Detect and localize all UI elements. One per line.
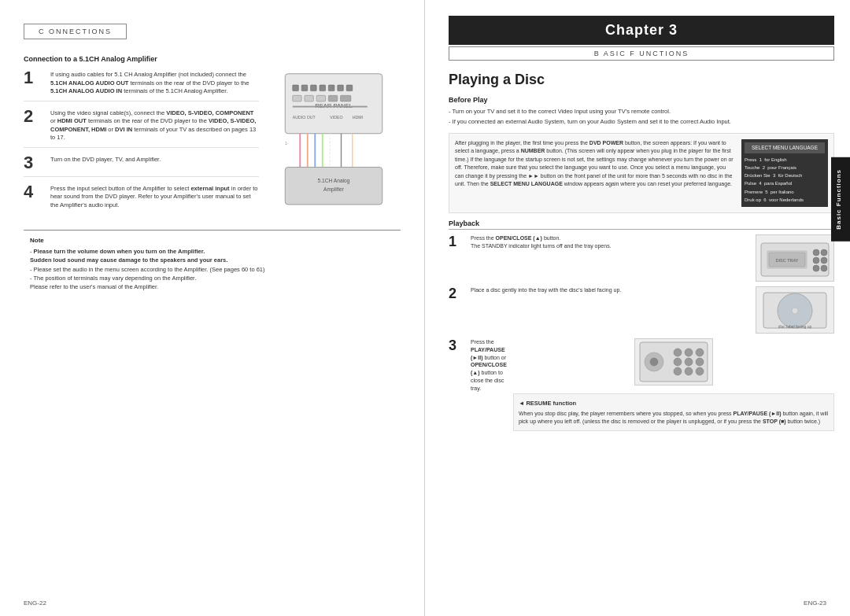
step-1: 1 If using audio cables for 5.1 CH Analo… [24,69,259,101]
note-title: Note [30,237,394,244]
svg-point-45 [650,358,658,366]
connections-title: C ONNECTIONS [39,28,112,35]
resume-box: ◄ RESUME function When you stop disc pla… [513,393,834,431]
dvd-tray-svg: disc label facing up [759,289,830,332]
svg-rect-14 [293,106,368,108]
info-box: After plugging in the player, the first … [449,133,834,214]
lang-option-4: Pulse 4 para Español [745,179,825,187]
before-play-bullet-2: - If you connected an external Audio Sys… [449,117,834,126]
step-3-number: 3 [24,154,46,172]
svg-point-35 [813,265,819,271]
lang-option-5: Premere 5 per Italiano [745,188,825,196]
note-text: - Please turn the volume down when you t… [30,247,394,291]
svg-point-41 [792,308,798,314]
device-diagram-col: REAR PANEL AUDIO OUT VIDEO HDMI [267,69,401,220]
lang-option-1: Press 1 for English [745,156,825,164]
right-page: Chapter 3 B ASIC F UNCTIONS Playing a Di… [425,0,850,616]
pb-step-2-text: Place a disc gently into the tray with t… [471,286,749,294]
step-1-number: 1 [24,69,46,87]
playing-disc-title: Playing a Disc [449,72,834,88]
pb-step-3-number: 3 [449,338,464,352]
svg-text:5.1CH Analog: 5.1CH Analog [318,178,350,184]
basic-functions-header: B ASIC F UNCTIONS [449,46,834,61]
info-box-text: After plugging in the player, the first … [455,139,735,208]
playback-steps: 1 Press the OPEN/CLOSE (▲) button. The S… [449,234,834,431]
svg-rect-6 [328,85,334,91]
step-3-text: Turn on the DVD player, TV, and Amplifie… [50,154,259,164]
svg-rect-11 [316,95,325,101]
dvd-front-svg-1: DISC TRAY [759,237,830,280]
before-play-title: Before Play [449,96,834,104]
language-box-title: SELECT MENU LANGUAGE [745,142,825,153]
svg-point-34 [821,257,827,264]
svg-rect-7 [338,85,344,91]
note-box: Note - Please turn the volume down when … [24,230,401,297]
lang-option-2: Touche 2 pour Français [745,164,825,172]
svg-point-50 [685,358,693,366]
pb-step-1-number: 1 [449,234,464,249]
svg-point-54 [696,367,704,375]
playback-step-2: 2 Place a disc gently into the tray with… [449,286,834,334]
chapter-box: Chapter 3 [449,16,834,45]
svg-point-36 [821,265,827,271]
svg-rect-9 [293,95,301,101]
svg-rect-8 [346,85,353,91]
chapter-label: Chapter 3 [605,22,678,38]
svg-rect-12 [328,95,337,101]
svg-rect-2 [293,85,299,91]
svg-point-33 [813,257,819,264]
playback-step-1: 1 Press the OPEN/CLOSE (▲) button. The S… [449,234,834,282]
basic-functions-title: B ASIC F UNCTIONS [594,50,689,57]
svg-rect-5 [320,85,326,91]
svg-point-52 [674,367,682,375]
step-2-text: Using the video signal cable(s), connect… [50,108,259,142]
resume-title: ◄ RESUME function [519,399,829,408]
remote-svg [638,341,709,384]
svg-point-31 [813,249,819,256]
svg-rect-10 [305,95,313,101]
right-page-number: ENG-23 [804,599,826,607]
left-page-number: ENG-22 [24,599,46,607]
svg-point-32 [821,249,827,256]
before-play-bullet-1: - Turn on your TV and set it to the corr… [449,107,834,116]
step-4-number: 4 [24,183,46,201]
language-selection-box: SELECT MENU LANGUAGE Press 1 for English… [741,139,828,208]
playback-step-3: 3 Press the PLAY/PAUSE (►II) button or O… [449,338,834,431]
svg-rect-3 [301,85,308,91]
svg-point-51 [696,358,704,366]
pb-step-3-image [634,338,713,385]
step-4-text: Press the input select button of the Amp… [50,183,259,210]
pb-step-1-text: Press the OPEN/CLOSE (▲) button. The STA… [471,234,749,250]
lang-option-6: Druk op 6 voor Nederlands [745,196,825,204]
svg-text:HDMI: HDMI [353,115,363,120]
resume-text: When you stop disc play, the player reme… [519,410,829,426]
svg-text:REAR PANEL: REAR PANEL [315,102,353,109]
svg-rect-4 [311,85,317,91]
step-3: 3 Turn on the DVD player, TV, and Amplif… [24,154,259,177]
step-2: 2 Using the video signal cable(s), conne… [24,108,259,148]
svg-rect-13 [341,95,351,101]
svg-text:VIDEO: VIDEO [330,115,342,120]
pb-step-1-image: DISC TRAY [756,234,834,282]
step-2-number: 2 [24,108,46,125]
steps-column: 1 If using audio cables for 5.1 CH Analo… [24,69,259,220]
svg-point-53 [685,367,693,375]
pb-step-2-image: disc label facing up [756,286,834,334]
svg-point-47 [685,349,693,356]
dvd-back-diagram: REAR PANEL AUDIO OUT VIDEO HDMI [275,70,393,219]
svg-point-49 [674,358,682,366]
section-title: Connection to a 5.1CH Analog Amplifier [24,55,401,63]
step-1-text: If using audio cables for 5.1 CH Analog … [50,69,259,96]
connections-header: C ONNECTIONS [24,24,127,39]
left-content: 1 If using audio cables for 5.1 CH Analo… [24,69,401,220]
svg-text:AUDIO OUT: AUDIO OUT [293,115,316,120]
svg-point-48 [696,349,704,356]
pb-step-2-number: 2 [449,286,464,301]
step-4: 4 Press the input select button of the A… [24,183,259,215]
svg-text:DISC TRAY: DISC TRAY [776,258,799,263]
lang-option-3: Drücken Sie 3 für Deutsch [745,172,825,179]
svg-text:1-: 1- [285,142,289,146]
vertical-tab: Basic Functions [831,157,850,242]
svg-text:disc label facing up: disc label facing up [778,324,812,329]
svg-text:Amplifier: Amplifier [323,186,345,193]
